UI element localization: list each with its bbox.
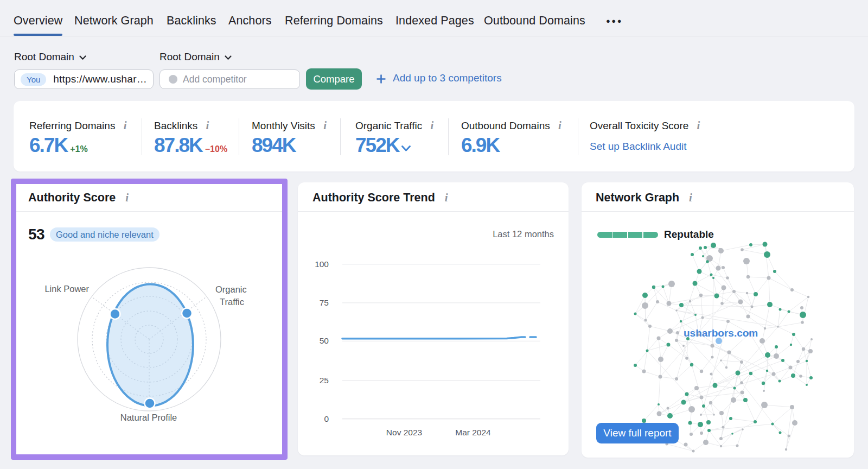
svg-text:25: 25: [320, 376, 329, 385]
svg-text:100: 100: [315, 259, 329, 269]
svg-text:Last 12 months: Last 12 months: [493, 229, 554, 239]
svg-text:Organic: Organic: [215, 284, 247, 294]
svg-text:Nov 2023: Nov 2023: [386, 428, 422, 437]
svg-text:Mar 2024: Mar 2024: [455, 428, 491, 437]
svg-text:50: 50: [320, 336, 329, 345]
svg-text:Natural Profile: Natural Profile: [120, 413, 177, 422]
svg-text:Link Power: Link Power: [44, 284, 89, 294]
svg-text:Traffic: Traffic: [220, 297, 244, 307]
svg-text:75: 75: [320, 298, 329, 307]
svg-text:0: 0: [324, 414, 329, 423]
